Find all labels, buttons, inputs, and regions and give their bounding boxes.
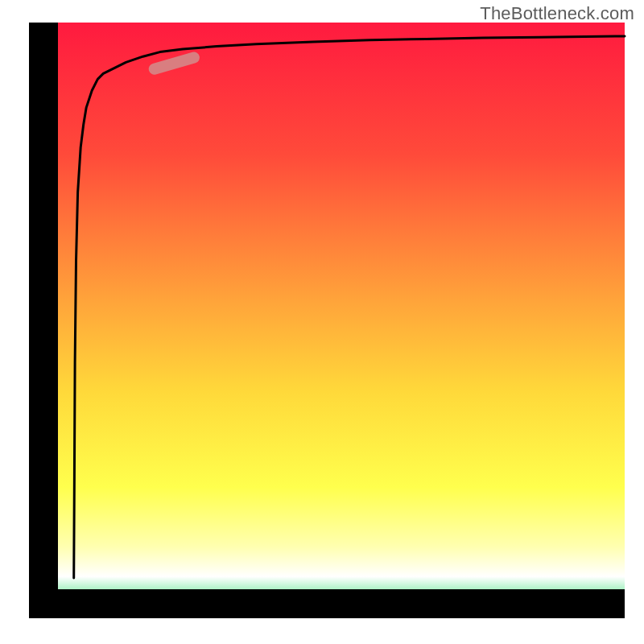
y-axis-bar: [29, 23, 58, 618]
x-axis-bar: [29, 589, 625, 618]
plot-background: [29, 23, 625, 618]
chart-canvas: [0, 0, 644, 644]
stage: TheBottleneck.com: [0, 0, 644, 644]
